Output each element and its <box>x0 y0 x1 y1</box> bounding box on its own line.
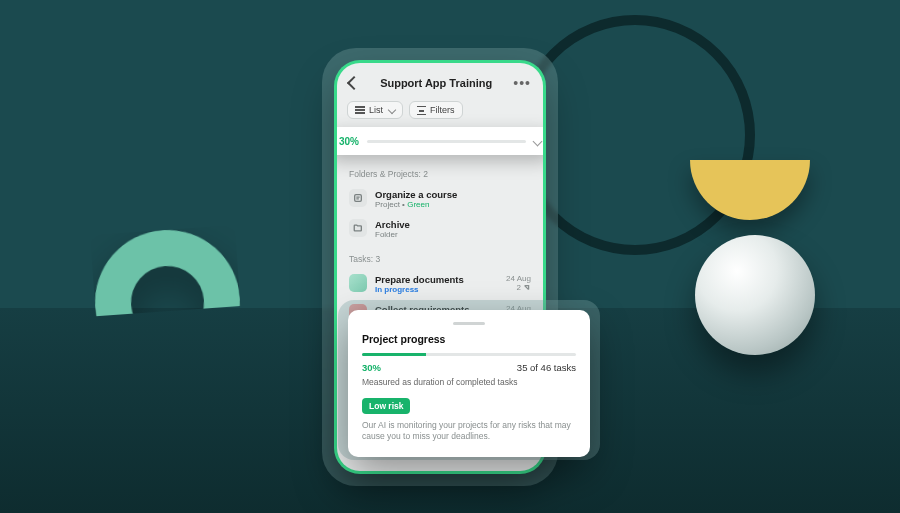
task-status: In progress <box>375 285 498 294</box>
filter-icon <box>417 106 426 115</box>
avatar <box>349 274 367 292</box>
filters-chip[interactable]: Filters <box>409 101 463 119</box>
task-title: Prepare documents <box>375 274 498 285</box>
folder-item[interactable]: Archive Folder <box>337 214 543 244</box>
svg-rect-0 <box>355 195 362 202</box>
page-title: Support App Training <box>380 77 492 89</box>
popup-title: Project progress <box>362 333 576 345</box>
popup-percent: 30% <box>362 362 381 373</box>
popup-progress-bar <box>362 353 576 356</box>
progress-percent: 30% <box>339 136 359 147</box>
drag-handle[interactable] <box>453 322 485 325</box>
more-icon[interactable]: ••• <box>513 75 531 91</box>
stage-background: Support App Training ••• List Filters 30… <box>0 0 900 513</box>
task-item[interactable]: Prepare documents In progress 24 Aug 2 <box>337 269 543 299</box>
list-icon <box>355 106 365 114</box>
folder-title: Organize a course <box>375 189 457 200</box>
chevron-down-icon <box>388 106 396 114</box>
list-view-chip[interactable]: List <box>347 101 403 119</box>
chevron-down-icon <box>533 136 543 146</box>
folder-icon <box>349 219 367 237</box>
subtask-icon <box>523 284 531 292</box>
filters-chip-label: Filters <box>430 105 455 115</box>
project-progress-card: Project progress 30% 35 of 46 tasks Meas… <box>348 310 590 457</box>
popup-ai-text: Our AI is monitoring your projects for a… <box>362 420 576 443</box>
view-controls: List Filters <box>337 95 543 127</box>
screen-header: Support App Training ••• <box>337 63 543 95</box>
risk-badge: Low risk <box>362 398 410 414</box>
back-icon[interactable] <box>347 76 361 90</box>
popup-task-count: 35 of 46 tasks <box>517 362 576 373</box>
tasks-section-label: Tasks: 3 <box>337 244 543 269</box>
task-subtask-count: 2 <box>506 283 531 292</box>
project-icon <box>349 189 367 207</box>
folder-subtitle: Folder <box>375 230 410 239</box>
folder-title: Archive <box>375 219 410 230</box>
folder-item[interactable]: Organize a course Project • Green <box>337 184 543 214</box>
decor-sphere <box>695 235 815 355</box>
folder-subtitle: Project • Green <box>375 200 457 209</box>
list-chip-label: List <box>369 105 383 115</box>
popup-measure-label: Measured as duration of completed tasks <box>362 377 576 387</box>
progress-summary-row[interactable]: 30% <box>337 127 543 155</box>
popup-progress-fill <box>362 353 426 356</box>
task-date: 24 Aug <box>506 274 531 283</box>
progress-bar <box>367 140 526 143</box>
